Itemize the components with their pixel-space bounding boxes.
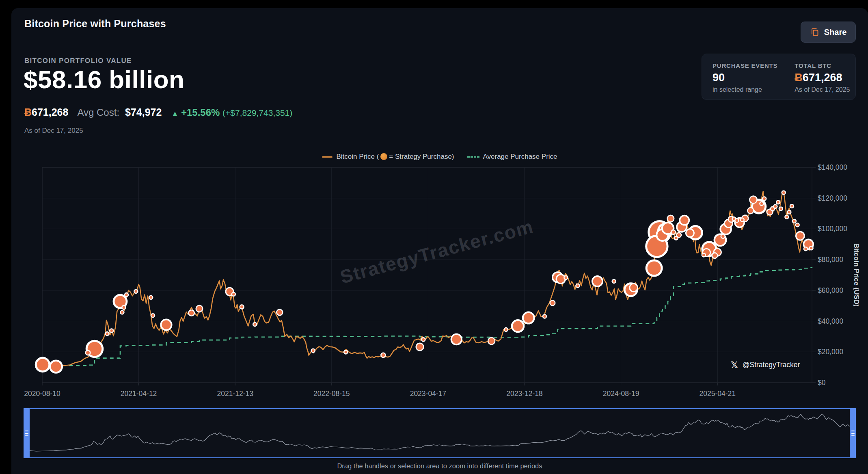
- svg-text:$100,000: $100,000: [818, 225, 847, 233]
- time-range-scrubber[interactable]: [24, 408, 856, 458]
- legend-average-price[interactable]: Average Purchase Price: [458, 153, 557, 161]
- svg-text:$20,000: $20,000: [818, 348, 844, 356]
- svg-text:StrategyTracker.com: StrategyTracker.com: [338, 216, 535, 288]
- avg-cost-value: $74,972: [125, 106, 162, 118]
- total-btc-label: TOTAL BTC: [795, 62, 850, 69]
- svg-text:$0: $0: [818, 379, 826, 387]
- page-title: Bitcoin Price with Purchases: [24, 18, 166, 30]
- main-card: Bitcoin Price with Purchases Share BITCO…: [11, 8, 868, 474]
- svg-text:2020-08-10: 2020-08-10: [24, 390, 60, 398]
- total-btc-block: TOTAL BTC Ƀ671,268 As of Dec 17, 2025: [795, 62, 850, 100]
- svg-text:2025-04-21: 2025-04-21: [699, 390, 736, 398]
- share-button[interactable]: Share: [801, 22, 856, 43]
- svg-text:2021-12-13: 2021-12-13: [217, 390, 253, 398]
- svg-text:Bitcoin Price (USD): Bitcoin Price (USD): [853, 243, 860, 307]
- chart-legend: Bitcoin Price (= Strategy Purchase) Aver…: [11, 153, 868, 161]
- btc-holdings: Ƀ671,268: [24, 106, 68, 118]
- attribution-handle: @StrategyTracker: [743, 361, 800, 369]
- avg-line-swatch-icon: [467, 156, 479, 158]
- total-btc-sub: As of Dec 17, 2025: [795, 86, 850, 93]
- svg-text:$40,000: $40,000: [818, 317, 844, 325]
- purchase-events-sub: in selected range: [713, 86, 777, 93]
- btc-symbol-icon: Ƀ: [795, 71, 803, 84]
- x-twitter-icon: 𝕏: [731, 360, 738, 370]
- purchase-events-label: PURCHASE EVENTS: [713, 62, 777, 69]
- svg-text:2024-08-19: 2024-08-19: [603, 390, 639, 398]
- up-arrow-icon: ▲: [171, 110, 178, 117]
- svg-text:$140,000: $140,000: [818, 163, 847, 171]
- scrubber-hint: Drag the handles or selection area to zo…: [24, 462, 856, 470]
- attribution: 𝕏 @StrategyTracker: [731, 360, 800, 370]
- share-label: Share: [824, 28, 847, 37]
- purchase-events-block: PURCHASE EVENTS 90 in selected range: [713, 62, 777, 100]
- purchase-events-value: 90: [713, 71, 777, 84]
- total-btc-value: Ƀ671,268: [795, 71, 850, 84]
- as-of-date: As of Dec 17, 2025: [24, 127, 83, 135]
- svg-text:$120,000: $120,000: [818, 194, 847, 202]
- price-line-swatch-icon: [322, 156, 333, 158]
- svg-text:$60,000: $60,000: [818, 286, 844, 294]
- svg-text:2023-04-17: 2023-04-17: [410, 390, 447, 398]
- avg-cost-label: Avg Cost:: [77, 107, 119, 118]
- copy-icon: [810, 27, 820, 37]
- scrubber-right-handle[interactable]: [850, 408, 856, 458]
- portfolio-value: $58.16 billion: [24, 65, 184, 94]
- gain-percent: ▲ +15.56% (+$7,829,743,351): [171, 107, 292, 118]
- gain-absolute: (+$7,829,743,351): [222, 108, 292, 117]
- legend-bitcoin-price[interactable]: Bitcoin Price (= Strategy Purchase): [322, 153, 454, 161]
- portfolio-value-label: BITCOIN PORTFOLIO VALUE: [24, 57, 132, 65]
- btc-amount: 671,268: [32, 106, 68, 118]
- scrubber-left-handle[interactable]: [24, 408, 30, 458]
- stats-row: Ƀ671,268 Avg Cost: $74,972 ▲ +15.56% (+$…: [24, 106, 292, 118]
- btc-symbol-icon: Ƀ: [24, 106, 32, 118]
- app-window: Bitcoin Price with Purchases Share BITCO…: [0, 0, 868, 474]
- purchase-dot-icon: [380, 153, 387, 160]
- svg-text:2022-08-15: 2022-08-15: [313, 390, 350, 398]
- summary-panel: PURCHASE EVENTS 90 in selected range TOT…: [702, 54, 856, 100]
- svg-text:2023-12-18: 2023-12-18: [506, 390, 543, 398]
- mini-chart: [24, 409, 855, 457]
- svg-text:2021-04-12: 2021-04-12: [121, 390, 157, 398]
- svg-text:$80,000: $80,000: [818, 255, 844, 264]
